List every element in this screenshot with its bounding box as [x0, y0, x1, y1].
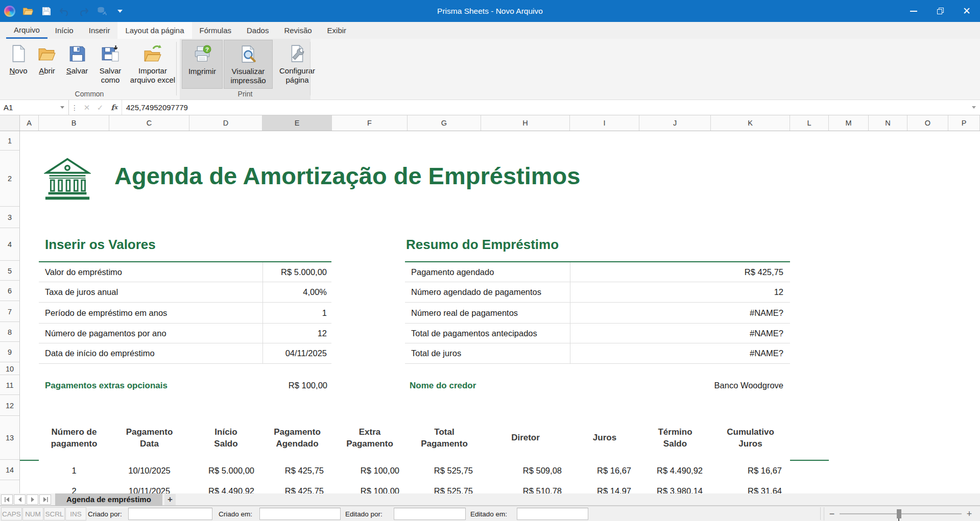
input-value[interactable]: 1 — [262, 303, 331, 323]
row-header-12[interactable]: 12 — [0, 395, 19, 416]
column-header-K[interactable]: K — [711, 115, 790, 131]
lender-value[interactable]: Banco Woodgrove — [637, 381, 790, 390]
schedule-cell[interactable]: R$ 3.980,14 — [639, 481, 711, 493]
extra-payment-row[interactable]: Pagamentos extras opcionais R$ 100,00 — [39, 376, 331, 395]
input-label[interactable]: Número de pagamentos por ano — [39, 324, 262, 343]
input-label[interactable]: Período de empréstimo em anos — [39, 303, 262, 323]
imprimir-button[interactable]: ?Imprimir — [182, 40, 223, 89]
visualizar-impressao-button[interactable]: Visualizar impressão — [224, 40, 273, 89]
summary-label[interactable]: Pagamento agendado — [405, 262, 570, 282]
select-all-corner[interactable] — [0, 115, 20, 131]
insert-function-icon[interactable]: fx — [107, 100, 122, 115]
summary-value[interactable]: #NAME? — [570, 324, 790, 343]
row-header-1[interactable]: 1 — [0, 131, 19, 151]
tab-inserir[interactable]: Inserir — [81, 22, 118, 39]
schedule-cell[interactable]: R$ 5.000,00 — [189, 460, 262, 481]
row-header-14[interactable]: 14 — [0, 460, 19, 480]
last-sheet-icon[interactable] — [39, 494, 51, 505]
tab-formulas[interactable]: Fórmulas — [192, 22, 240, 39]
column-header-O[interactable]: O — [907, 115, 948, 131]
zoom-out-icon[interactable]: − — [824, 509, 840, 519]
confirm-entry-icon[interactable]: ✓ — [93, 103, 107, 112]
summary-value[interactable]: 12 — [570, 282, 790, 302]
restore-button[interactable] — [927, 0, 953, 22]
tab-inicio[interactable]: Início — [47, 22, 81, 39]
column-header-E[interactable]: E — [262, 115, 332, 131]
column-header-F[interactable]: F — [332, 115, 408, 131]
column-header-C[interactable]: C — [109, 115, 189, 131]
summary-value[interactable]: #NAME? — [570, 303, 790, 323]
input-value[interactable]: 04/11/2025 — [262, 343, 331, 363]
lender-row[interactable]: Nome do credor Banco Woodgrove — [405, 376, 790, 395]
next-sheet-icon[interactable] — [27, 494, 38, 505]
row-header-5[interactable]: 5 — [0, 261, 19, 281]
cancel-entry-icon[interactable]: ✕ — [80, 103, 93, 112]
column-header-P[interactable]: P — [948, 115, 980, 131]
name-box-dropdown-icon[interactable] — [60, 106, 64, 109]
importar-arquivo-excel-button[interactable]: Importar arquivo excel — [129, 40, 177, 89]
row-header-15[interactable]: 15 — [0, 481, 19, 493]
close-button[interactable]: ✕ — [953, 0, 980, 22]
schedule-cell[interactable]: R$ 16,67 — [570, 460, 639, 481]
input-value[interactable]: 4,00% — [262, 282, 331, 302]
formula-input[interactable]: 425,74952097779 — [122, 103, 968, 112]
input-label[interactable]: Data de início do empréstimo — [39, 343, 262, 363]
summary-label[interactable]: Total de juros — [405, 343, 570, 363]
schedule-cell[interactable]: R$ 100,00 — [332, 460, 408, 481]
schedule-cell[interactable]: R$ 100,00 — [332, 481, 408, 493]
minimize-button[interactable] — [900, 0, 927, 22]
schedule-cell[interactable]: 2 — [39, 481, 109, 493]
schedule-cell[interactable]: R$ 4.490,92 — [639, 460, 711, 481]
zoom-slider-handle[interactable] — [897, 509, 901, 518]
schedule-cell[interactable]: R$ 510,78 — [481, 481, 570, 493]
prev-sheet-icon[interactable] — [14, 494, 26, 505]
abrir-button[interactable]: Abrir — [34, 40, 60, 89]
input-value[interactable]: 12 — [262, 324, 331, 343]
sheet-tab-agenda[interactable]: Agenda de empréstimo — [55, 493, 162, 506]
name-box[interactable]: A1 — [0, 100, 69, 115]
column-header-M[interactable]: M — [829, 115, 869, 131]
schedule-cell[interactable]: R$ 525,75 — [408, 481, 481, 493]
column-header-L[interactable]: L — [790, 115, 829, 131]
column-header-N[interactable]: N — [869, 115, 907, 131]
tab-arquivo[interactable]: Arquivo — [6, 22, 47, 39]
row-header-6[interactable]: 6 — [0, 281, 19, 301]
summary-value[interactable]: R$ 425,75 — [570, 262, 790, 282]
sync-icon[interactable] — [96, 6, 107, 17]
open-folder-icon[interactable] — [22, 6, 34, 17]
summary-label[interactable]: Número real de pagamentos — [405, 303, 570, 323]
summary-label[interactable]: Número agendado de pagamentos — [405, 282, 570, 302]
schedule-cell[interactable]: R$ 31,64 — [711, 481, 790, 493]
row-header-10[interactable]: 10 — [0, 363, 19, 375]
status-toggle-caps[interactable]: CAPS — [1, 507, 22, 520]
undo-icon[interactable] — [59, 6, 70, 17]
column-header-B[interactable]: B — [39, 115, 109, 131]
schedule-cell[interactable]: R$ 4.490,92 — [189, 481, 262, 493]
status-toggle-ins[interactable]: INS — [65, 507, 86, 520]
row-header-11[interactable]: 11 — [0, 376, 19, 395]
column-header-J[interactable]: J — [639, 115, 711, 131]
column-header-A[interactable]: A — [20, 115, 39, 131]
summary-label[interactable]: Total de pagamentos antecipados — [405, 324, 570, 343]
schedule-cell[interactable]: 10/10/2025 — [109, 460, 189, 481]
status-toggle-num[interactable]: NUM — [22, 507, 43, 520]
tab-exibir[interactable]: Exibir — [320, 22, 354, 39]
expand-formula-bar-icon[interactable] — [968, 106, 980, 109]
schedule-cell[interactable]: R$ 525,75 — [408, 460, 481, 481]
schedule-cell[interactable]: R$ 14,97 — [570, 481, 639, 493]
configurar-pagina-button[interactable]: Configurar página — [275, 40, 320, 89]
column-header-D[interactable]: D — [189, 115, 262, 131]
redo-icon[interactable] — [78, 6, 89, 17]
row-header-8[interactable]: 8 — [0, 322, 19, 342]
salvar-como-button[interactable]: Salvar como — [94, 40, 127, 89]
tab-revisao[interactable]: Revisão — [276, 22, 319, 39]
novo-button[interactable]: Novo — [5, 40, 32, 89]
row-header-7[interactable]: 7 — [0, 302, 19, 322]
row-header-2[interactable]: 2 — [0, 151, 19, 207]
schedule-cell[interactable]: R$ 509,08 — [481, 460, 570, 481]
schedule-cell[interactable]: 10/11/2025 — [109, 481, 189, 493]
app-logo[interactable] — [4, 6, 15, 17]
tab-layout-da-pagina[interactable]: Layout da página — [117, 22, 192, 39]
zoom-slider[interactable] — [840, 513, 962, 514]
zoom-in-icon[interactable]: + — [962, 509, 977, 519]
